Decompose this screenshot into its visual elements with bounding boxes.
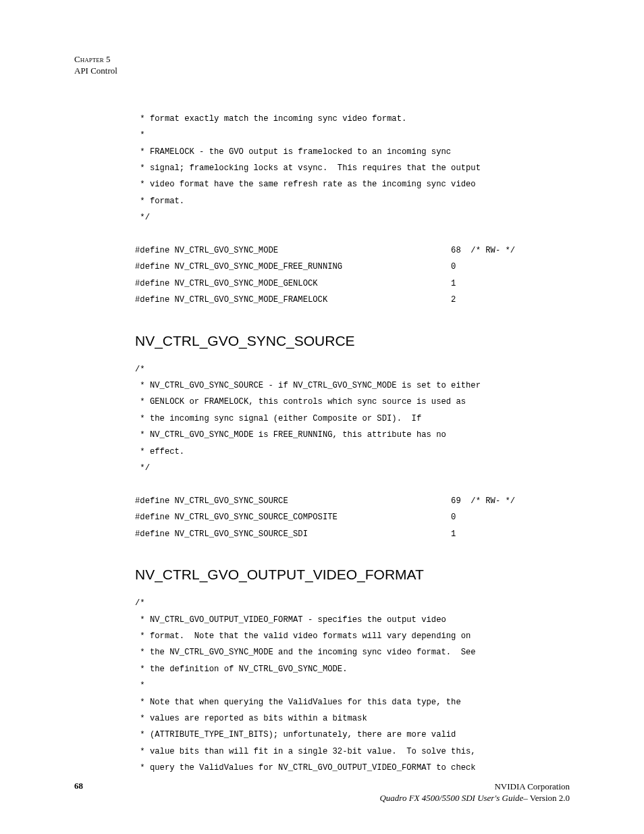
chapter-header: Chapter 5 API Control (74, 54, 570, 77)
page-footer: 68 NVIDIA Corporation Quadro FX 4500/550… (74, 781, 570, 804)
section-output-format-title: NV_CTRL_GVO_OUTPUT_VIDEO_FORMAT (135, 567, 570, 583)
chapter-subtitle: API Control (74, 66, 570, 77)
section-sync-source-title: NV_CTRL_GVO_SYNC_SOURCE (135, 333, 570, 349)
code-block-sync-source: /* * NV_CTRL_GVO_SYNC_SOURCE - if NV_CTR… (74, 361, 570, 542)
chapter-line: Chapter 5 (74, 54, 570, 66)
page-number: 68 (74, 781, 83, 791)
footer-corp: NVIDIA Corporation (379, 781, 570, 793)
code-block-1: * format exactly match the incoming sync… (74, 111, 570, 309)
footer-version: – Version 2.0 (523, 793, 570, 803)
code-block-output-format: /* * NV_CTRL_GVO_OUTPUT_VIDEO_FORMAT - s… (74, 595, 570, 776)
footer-doc-title: Quadro FX 4500/5500 SDI User's Guide (379, 793, 523, 803)
